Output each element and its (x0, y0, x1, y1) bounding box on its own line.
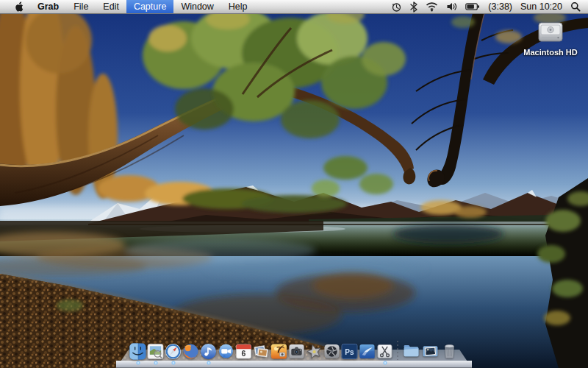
app-menu-grab[interactable]: Grab (30, 0, 66, 13)
dock-icon-preview[interactable] (147, 343, 164, 360)
dock-icon-aperture[interactable] (323, 343, 340, 360)
battery-time-remaining[interactable]: (3:38) (488, 1, 512, 12)
running-indicator (207, 361, 211, 365)
dock-icon-finder[interactable] (129, 343, 146, 360)
volume-icon[interactable] (446, 0, 457, 13)
menu-help[interactable]: Help (221, 0, 255, 13)
running-indicator (136, 361, 140, 365)
menu-file[interactable]: File (66, 0, 96, 13)
dock-icon-safari[interactable] (165, 343, 182, 360)
apple-logo-icon (14, 1, 24, 13)
hard-drive-icon (535, 18, 566, 46)
desktop-icon-macintosh-hd[interactable]: Macintosh HD (520, 18, 581, 57)
dock-icon-firefox[interactable] (182, 343, 199, 360)
dock-stack-pictures[interactable] (421, 342, 440, 360)
dock-icon-iphoto[interactable] (270, 343, 287, 360)
time-machine-icon[interactable] (391, 0, 402, 13)
dock-icon-star[interactable] (306, 343, 323, 360)
apple-menu[interactable] (7, 0, 30, 13)
wallpaper-lake-scene (0, 0, 588, 368)
menu-bar: Grab File Edit Capture Window Help (3:3 (0, 0, 588, 14)
dock-folder-documents[interactable] (402, 342, 420, 360)
dock-icon-camera[interactable] (288, 343, 305, 360)
svg-text:6: 6 (242, 349, 246, 358)
dock-icon-ichat[interactable] (218, 343, 234, 360)
dock-icon-grab[interactable] (376, 343, 393, 360)
dock-icon-photoshop[interactable]: Ps (341, 343, 358, 360)
svg-text:Ps: Ps (345, 348, 354, 356)
dock-icon-blue-swoosh[interactable] (359, 343, 376, 360)
bluetooth-icon[interactable] (410, 0, 417, 13)
dock-icon-photo-stack[interactable] (253, 343, 270, 360)
running-indicator (383, 361, 387, 365)
running-indicator (154, 361, 158, 365)
menu-bar-clock[interactable]: Sun 10:20 (520, 1, 562, 12)
running-indicator (171, 361, 176, 365)
battery-icon[interactable] (465, 0, 480, 13)
dock-shelf-front (116, 361, 472, 368)
spotlight-icon[interactable] (570, 0, 581, 13)
dock-icon-itunes[interactable] (200, 343, 217, 360)
desktop: Grab File Edit Capture Window Help (3:3 (0, 0, 588, 368)
dock-icon-ical[interactable]: 6 (235, 343, 252, 360)
menu-window[interactable]: Window (173, 0, 220, 13)
menu-capture-active[interactable]: Capture (126, 0, 173, 13)
dock-trash[interactable] (440, 342, 459, 360)
wifi-icon[interactable] (426, 0, 438, 13)
dock-separator (397, 341, 398, 360)
desktop-icon-label: Macintosh HD (523, 48, 577, 57)
menu-edit[interactable]: Edit (96, 0, 126, 13)
dock: 6 Ps (116, 337, 472, 368)
